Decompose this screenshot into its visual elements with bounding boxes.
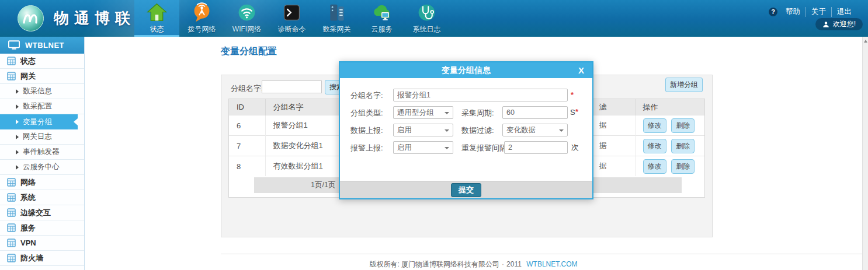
grid-icon — [7, 254, 16, 262]
help-link[interactable]: 帮助 — [780, 7, 805, 17]
nav-item-label: 系统日志 — [413, 24, 441, 34]
monitor-icon — [8, 40, 20, 50]
sidebar-item-label: 防火墙 — [20, 253, 43, 264]
caret-right-icon — [16, 135, 19, 139]
modify-button[interactable]: 修改 — [643, 139, 666, 153]
help-icon: ? — [769, 8, 777, 16]
sidebar-subitem-event-trigger[interactable]: 事件触发器 — [0, 145, 84, 160]
alarm-interval-input[interactable] — [504, 141, 568, 154]
nav-item-system-log[interactable]: 系统日志 — [404, 0, 449, 37]
grid-icon — [7, 208, 16, 217]
alarm-interval-label: 重复报警间隔: — [461, 141, 509, 155]
footer-separator: · — [502, 260, 504, 268]
cell-id: 6 — [229, 115, 265, 136]
delete-button[interactable]: 删除 — [671, 159, 695, 174]
about-link[interactable]: 关于 — [805, 7, 831, 17]
sidebar-item-label: 数采信息 — [23, 86, 52, 96]
grid-icon — [7, 223, 16, 232]
sidebar-header-label: WTBLNET — [25, 41, 64, 50]
footer: 版权所有: 厦门物通博联网络科技有限公司·2011 WTBLNET.COM — [85, 260, 862, 269]
cell-filter-fragment: 据 — [591, 156, 635, 177]
collect-period-input[interactable] — [502, 106, 568, 119]
sidebar-item-edge-interaction[interactable]: 边缘交互 — [0, 205, 84, 220]
alarm-report-select[interactable]: 启用 — [393, 141, 453, 154]
delete-button[interactable]: 删除 — [671, 118, 695, 133]
sidebar-item-label: 系统 — [20, 192, 36, 203]
welcome-text: 欢迎您! — [833, 19, 856, 29]
sidebar-item-system[interactable]: 系统 — [0, 190, 84, 205]
close-icon[interactable]: X — [578, 62, 584, 78]
nav-item-dialup-network[interactable]: 拨号网络 — [179, 0, 224, 37]
sidebar-subitem-data-info[interactable]: 数采信息 — [0, 84, 84, 99]
sidebar-item-service[interactable]: 服务 — [0, 220, 84, 236]
scroll-up-icon[interactable] — [864, 40, 867, 43]
dialog-body: 分组名字: * 分组类型: 通用型分组 采集周期: S * 数据上报: 启用 数… — [340, 78, 592, 181]
footer-link[interactable]: WTBLNET.COM — [526, 260, 577, 268]
sidebar-subitem-cloud-center[interactable]: 云服务中心 — [0, 160, 84, 175]
sidebar-subitem-data-config[interactable]: 数采配置 — [0, 99, 84, 114]
sidebar-item-status[interactable]: 状态 — [0, 54, 84, 69]
data-report-select[interactable]: 启用 — [393, 124, 453, 136]
delete-button[interactable]: 删除 — [671, 139, 695, 153]
sidebar-item-firewall[interactable]: 防火墙 — [0, 251, 84, 266]
cloud-icon — [371, 2, 393, 23]
top-nav: 状态 拨号网络 WI — [134, 0, 449, 37]
sidebar-item-label: 数采配置 — [23, 101, 52, 111]
nav-item-label: WIFI网络 — [232, 24, 261, 34]
group-type-label: 分组类型: — [350, 106, 383, 120]
data-report-label: 数据上报: — [350, 124, 383, 138]
nav-item-label: 状态 — [150, 24, 164, 34]
caret-right-icon — [16, 150, 19, 155]
nav-item-label: 诊断命令 — [278, 24, 306, 34]
sidebar-header: WTBLNET — [0, 37, 84, 54]
cell-actions: 修改 删除 — [635, 156, 704, 177]
user-icon — [822, 21, 829, 28]
sidebar-subitem-variable-group[interactable]: 变量分组 — [0, 114, 78, 129]
dialog-footer: 提交 — [340, 181, 592, 198]
nav-item-data-gateway[interactable]: 数采网关 — [314, 0, 359, 37]
footer-year: 2011 — [506, 260, 522, 268]
column-header-actions: 操作 — [635, 99, 704, 115]
group-name-search-input[interactable] — [262, 80, 322, 93]
grid-icon — [7, 57, 16, 65]
nav-item-cloud-service[interactable]: 云服务 — [359, 0, 404, 37]
sidebar-subitem-gateway-log[interactable]: 网关日志 — [0, 129, 84, 145]
welcome-user-button[interactable]: 欢迎您! — [815, 18, 863, 30]
data-filter-select[interactable]: 变化数据 — [502, 124, 568, 136]
add-group-button[interactable]: 新增分组 — [665, 78, 703, 92]
server-icon — [326, 2, 348, 23]
modify-button[interactable]: 修改 — [643, 159, 666, 174]
home-icon — [146, 2, 168, 23]
sidebar-item-gateway[interactable]: 网关 — [0, 69, 84, 84]
submit-button[interactable]: 提交 — [451, 183, 481, 197]
sidebar-item-label: VPN — [20, 239, 36, 247]
nav-item-status[interactable]: 状态 — [134, 0, 179, 37]
vertical-scrollbar[interactable] — [862, 37, 868, 270]
sidebar-item-label: 事件触发器 — [23, 147, 60, 157]
group-name-input[interactable] — [393, 89, 568, 101]
nav-item-wifi-network[interactable]: WIFI网络 — [224, 0, 269, 37]
dialog-title: 变量分组信息 — [340, 62, 592, 78]
sidebar-item-vpn[interactable]: VPN — [0, 236, 84, 251]
stethoscope-icon — [416, 2, 438, 23]
caret-right-icon — [16, 120, 19, 124]
nav-item-label: 数采网关 — [323, 24, 351, 34]
interval-unit-suffix: 次 — [571, 141, 579, 155]
required-asterisk: * — [575, 105, 578, 119]
group-name-label: 分组名字: — [350, 89, 383, 103]
modify-button[interactable]: 修改 — [643, 118, 666, 133]
dialog-header: 变量分组信息 X — [340, 62, 592, 78]
terminal-icon — [281, 2, 303, 23]
grid-icon — [7, 239, 16, 247]
sidebar-item-network[interactable]: 网络 — [0, 175, 84, 190]
sidebar-item-label: 云服务中心 — [23, 162, 60, 172]
sidebar: WTBLNET 状态 网关 数采信息 数采配置 变量分组 网关日志 事件触发 — [0, 37, 85, 270]
brand-logo-icon — [17, 5, 44, 32]
variable-group-dialog: 变量分组信息 X 分组名字: * 分组类型: 通用型分组 采集周期: S * 数… — [339, 61, 593, 199]
sidebar-item-label: 网关 — [20, 71, 36, 82]
top-bar: 物通博联 状态 拨号网络 — [0, 0, 868, 37]
logout-link[interactable]: 退出 — [831, 7, 857, 17]
cell-filter-fragment: 据 — [591, 115, 635, 136]
group-type-select[interactable]: 通用型分组 — [393, 106, 453, 119]
nav-item-diagnostic-command[interactable]: 诊断命令 — [269, 0, 314, 37]
